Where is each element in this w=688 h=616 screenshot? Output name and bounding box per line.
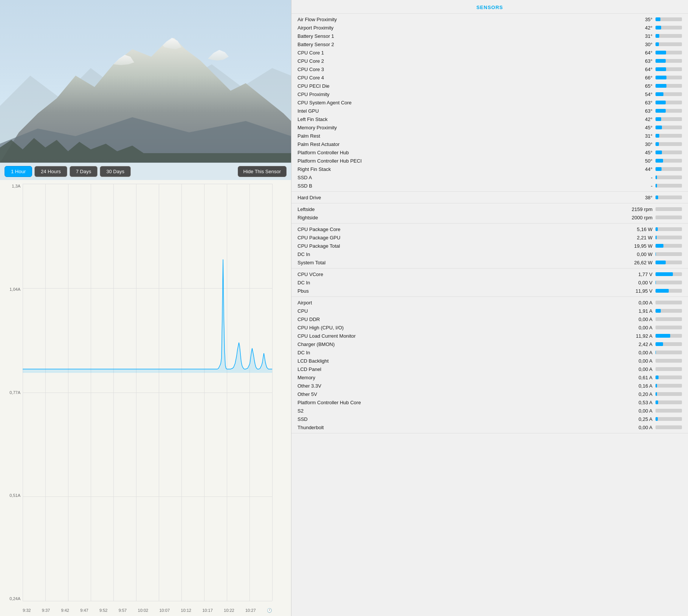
list-item[interactable]: Hard Drive38° [291,193,688,202]
list-item[interactable]: Platform Controller Hub45° [291,148,688,157]
sensor-value: 64° [621,67,655,72]
list-item[interactable]: Other 3.3V0,16 A [291,382,688,390]
hide-sensor-button[interactable]: Hide This Sensor [238,166,287,177]
sensor-bar-container [655,51,682,54]
list-item[interactable]: DC In0,00 V [291,278,688,287]
list-item[interactable]: CPU1,91 A [291,307,688,315]
chart-area: 1,3A 1,04A 0,77A 0,51A 0,24A [0,180,291,616]
sensor-name: SSD A [298,175,621,180]
list-item[interactable]: LCD Panel0,00 A [291,365,688,373]
sensor-value: 65° [621,83,655,89]
sensor-name: Memory Proximity [298,125,621,130]
sensor-name: LCD Panel [298,366,621,372]
sensor-name: CPU Load Current Monitor [298,333,621,339]
sensor-bar-container [655,375,682,379]
sensor-bar [655,244,663,248]
hdd-group: Hard Drive38° [291,192,688,203]
sensor-value: 5,16 W [621,227,655,232]
list-item[interactable]: Memory Proximity45° [291,123,688,132]
list-item[interactable]: System Total26,62 W [291,258,688,267]
list-item[interactable]: DC In0,00 W [291,250,688,258]
list-item[interactable]: Palm Rest31° [291,132,688,140]
list-item[interactable]: CPU VCore1,77 V [291,270,688,278]
list-item[interactable]: CPU DDR0,00 A [291,315,688,323]
sensor-bar-container [655,384,682,388]
sensor-bar-container [655,76,682,79]
list-item[interactable]: Other 5V0,20 A [291,390,688,398]
sensor-bar [655,334,670,338]
list-item[interactable]: LCD Backlight0,00 A [291,357,688,365]
sensor-value: - [621,175,655,180]
sensor-bar-container [655,309,682,313]
sensor-value: 1,91 A [621,308,655,314]
btn-1hour[interactable]: 1 Hour [5,166,32,177]
sensor-bar-container [655,167,682,171]
sensor-value: 50° [621,158,655,164]
sensor-bar-container [655,272,682,276]
sensor-value: - [621,183,655,189]
y-label-5: 1,3A [12,184,20,188]
sensor-value: 0,00 A [621,366,655,372]
sensor-bar-container [655,101,682,104]
list-item[interactable]: CPU Package Total19,95 W [291,242,688,250]
list-item[interactable]: S20,00 A [291,407,688,415]
list-item[interactable]: Palm Rest Actuator30° [291,140,688,148]
list-item[interactable]: Platform Controller Hub Core0,53 A [291,398,688,407]
list-item[interactable]: SSD B- [291,182,688,190]
x-axis: 9:32 9:37 9:42 9:47 9:52 9:57 10:02 10:0… [23,608,272,613]
list-item[interactable]: Memory0,61 A [291,373,688,382]
svg-marker-8 [23,259,272,373]
sensor-bar-container [655,351,682,354]
list-item[interactable]: Rightside2000 rpm [291,213,688,222]
list-item[interactable]: Battery Sensor 131° [291,32,688,40]
list-item[interactable]: SSD0,25 A [291,415,688,423]
list-item[interactable]: CPU Package Core5,16 W [291,225,688,233]
list-item[interactable]: Left Fin Stack42° [291,115,688,123]
list-item[interactable]: CPU Package GPU2,21 W [291,233,688,242]
x-label-11: 10:27 [245,608,256,613]
list-item[interactable]: CPU Load Current Monitor11,92 A [291,332,688,340]
right-panel[interactable]: SENSORS Air Flow Proximity35°Airport Pro… [291,0,688,616]
sensor-value: 54° [621,92,655,97]
sensor-name: Palm Rest [298,133,621,139]
sensor-bar-container [655,392,682,396]
btn-7days[interactable]: 7 Days [70,166,98,177]
btn-24hours[interactable]: 24 Hours [34,166,67,177]
x-label-1: 9:37 [42,608,50,613]
sensor-bar [655,109,666,113]
list-item[interactable]: CPU High (CPU, I/O)0,00 A [291,323,688,332]
btn-30days[interactable]: 30 Days [100,166,131,177]
list-item[interactable]: Intel GPU63° [291,107,688,115]
list-item[interactable]: CPU Core 364° [291,65,688,73]
list-item[interactable]: CPU PECI Die65° [291,82,688,90]
x-label-2: 9:42 [61,608,69,613]
x-label-4: 9:52 [99,608,107,613]
list-item[interactable]: CPU System Agent Core63° [291,98,688,107]
list-item[interactable]: Battery Sensor 230° [291,40,688,48]
list-item[interactable]: Platform Controller Hub PECI50° [291,157,688,165]
sensor-value: 64° [621,50,655,56]
list-item[interactable]: Leftside2159 rpm [291,205,688,213]
list-item[interactable]: Charger (BMON)2,42 A [291,340,688,348]
list-item[interactable]: Thunderbolt0,00 A [291,423,688,431]
sensor-bar-container [655,342,682,346]
list-item[interactable]: Air Flow Proximity35° [291,15,688,23]
list-item[interactable]: Right Fin Stack44° [291,165,688,173]
sensor-name: Right Fin Stack [298,166,621,172]
list-item[interactable]: DC In0,00 A [291,348,688,357]
sensor-bar [655,151,662,154]
list-item[interactable]: Airport0,00 A [291,298,688,307]
list-item[interactable]: CPU Core 263° [291,57,688,65]
list-item[interactable]: CPU Core 164° [291,48,688,57]
fans-group: Leftside2159 rpmRightside2000 rpm [291,203,688,223]
list-item[interactable]: Airport Proximity42° [291,23,688,32]
list-item[interactable]: CPU Core 466° [291,73,688,82]
list-item[interactable]: CPU Proximity54° [291,90,688,98]
sensor-name: DC In [298,350,621,355]
sensor-name: CPU System Agent Core [298,100,621,106]
sensor-bar-container [655,67,682,71]
list-item[interactable]: Pbus11,95 V [291,287,688,295]
current-group: Airport0,00 ACPU1,91 ACPU DDR0,00 ACPU H… [291,297,688,433]
sensor-name: Airport [298,300,621,306]
list-item[interactable]: SSD A- [291,173,688,182]
